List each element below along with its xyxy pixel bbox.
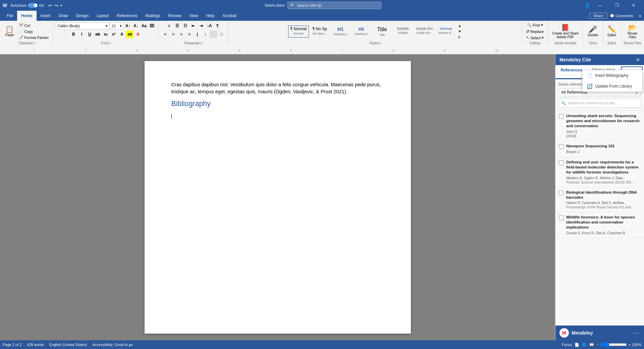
view-mode-web-button[interactable]: 🌐 [582, 343, 587, 347]
reuse-files-button[interactable]: 📂 ReuseFiles [626, 23, 639, 40]
multilevel-list-button[interactable]: ☷ [181, 22, 189, 30]
search-references-input[interactable]: 🔍 Search for references to add... [558, 98, 641, 108]
insert-bibliography-item[interactable]: 📄 Insert Bibliography [583, 70, 642, 81]
comments-button[interactable]: 💬 Comments [610, 14, 633, 18]
decrease-font-button[interactable]: A↓ [132, 22, 140, 30]
sidebar-footer-more-button[interactable]: ··· [633, 330, 640, 337]
paste-button[interactable]: 📋 Paste [3, 25, 17, 38]
reference-item-4[interactable]: Biological identifications through DNA b… [555, 187, 644, 212]
underline-button[interactable]: U [86, 31, 93, 38]
text-effects-button[interactable]: A [118, 31, 125, 38]
sidebar-close-button[interactable]: ✕ [636, 57, 640, 62]
reference-item-3[interactable]: Defining end user requirements for a fie… [555, 157, 644, 187]
editor-button[interactable]: ✏️ Editor [606, 25, 618, 38]
font-color-button[interactable]: A [134, 31, 142, 38]
font-expand-icon[interactable]: ⎘ [109, 42, 110, 45]
styles-scroll-down[interactable]: ▼ [458, 29, 462, 34]
sort-button[interactable]: ↕A [206, 22, 213, 30]
shading-button[interactable] [210, 31, 217, 38]
ref-checkbox-3[interactable] [559, 160, 564, 165]
zoom-out-button[interactable]: − [597, 343, 599, 347]
tab-insert[interactable]: Insert [37, 11, 55, 21]
paragraph-expand-icon[interactable]: ⎘ [201, 42, 202, 45]
tab-file[interactable]: File [3, 11, 17, 21]
zoom-in-button[interactable]: + [628, 343, 630, 347]
justify-button[interactable]: ≡ [185, 31, 193, 38]
ref-checkbox-5[interactable] [559, 215, 564, 220]
autosave-on-toggle[interactable] [28, 3, 38, 8]
superscript-button[interactable]: x² [110, 31, 117, 38]
redo-icon[interactable]: ↪ [54, 3, 58, 8]
update-from-library-item[interactable]: 🔄 Update From Library [583, 81, 642, 92]
align-right-button[interactable]: ≡ [177, 31, 185, 38]
bold-button[interactable]: B [70, 31, 77, 38]
style-no-spacing[interactable]: ¶ No Sp No Spac... [310, 26, 330, 38]
highlight-button[interactable]: ab [126, 31, 133, 38]
minimize-button[interactable]: — [592, 0, 608, 11]
align-left-button[interactable]: ≡ [161, 31, 169, 38]
tab-home[interactable]: Home [17, 11, 36, 21]
bullets-button[interactable]: ≡ [165, 22, 173, 30]
font-size-selector[interactable]: 11 ▾ [110, 22, 123, 30]
show-formatting-button[interactable]: ¶ [214, 22, 221, 30]
increase-font-button[interactable]: A↑ [124, 22, 131, 30]
document-area[interactable]: Cras dapibus dapibus nisl. Vestibulum qu… [0, 54, 555, 340]
style-heading2[interactable]: H2 Heading 2 [351, 26, 371, 38]
ref-checkbox-2[interactable] [559, 144, 564, 149]
format-painter-button[interactable]: 🖌️ Format Painter [17, 35, 50, 40]
focus-button[interactable]: Focus [562, 343, 572, 347]
tab-design[interactable]: Design [72, 11, 93, 21]
numbered-list-button[interactable]: ☰ [173, 22, 181, 30]
clipboard-expand-icon[interactable]: ⎘ [33, 42, 35, 45]
share-button[interactable]: Share [590, 13, 607, 19]
align-center-button[interactable]: ≡ [169, 31, 177, 38]
create-pdf-button[interactable]: 📕 Create and ShareAdobe PDF [551, 23, 580, 40]
reference-item-2[interactable]: Nanopore Sequencing 101 Brayer J [555, 141, 644, 157]
style-heading1[interactable]: H1 Heading 1 [330, 26, 351, 38]
style-intense-e[interactable]: Intense Intense E... [436, 26, 456, 38]
change-case-button[interactable]: Aa [140, 22, 148, 30]
strikethrough-button[interactable]: ab [94, 31, 101, 38]
style-normal[interactable]: ¶ Normal Normal [288, 26, 309, 38]
find-button[interactable]: 🔍 Find ▾ [526, 22, 544, 28]
tab-help[interactable]: Help [202, 11, 219, 21]
undo-icon[interactable]: ↩ [48, 3, 52, 8]
reference-item-5[interactable]: Wildlife forensics: A boon for species i… [555, 212, 644, 238]
tab-view[interactable]: View [185, 11, 202, 21]
styles-expand[interactable]: ⎘ [458, 35, 462, 40]
styles-expand-icon[interactable]: ⎘ [379, 42, 381, 45]
column-break-button[interactable]: | [194, 31, 201, 38]
zoom-slider[interactable] [600, 342, 627, 347]
subscript-button[interactable]: x₂ [102, 31, 109, 38]
account-icon[interactable]: 👤 [584, 2, 591, 9]
select-button[interactable]: ↖ Select ▾ [525, 35, 545, 41]
search-bar[interactable]: 🔍 Search (Alt+Q) [287, 2, 381, 9]
style-subtitle[interactable]: Subtitle Subtitle [393, 26, 413, 38]
collapse-ribbon-icon[interactable]: ∧ [639, 14, 641, 18]
document-body[interactable]: Cras dapibus dapibus nisl. Vestibulum qu… [171, 81, 384, 120]
decrease-indent-button[interactable]: ⇤ [190, 22, 197, 30]
italic-button[interactable]: I [78, 31, 85, 38]
font-name-selector[interactable]: Calibri (Body) ▾ [56, 22, 109, 30]
tab-acrobat[interactable]: Acrobat [218, 11, 240, 21]
style-subtle-em[interactable]: Subtle Em Subtle Em... [414, 26, 435, 38]
reference-item-1[interactable]: Unraveling shark secrets: Sequencing gen… [555, 111, 644, 141]
tab-references[interactable]: References [113, 11, 141, 21]
ref-checkbox-1[interactable] [559, 114, 564, 119]
tab-review[interactable]: Review [164, 11, 185, 21]
view-mode-read-button[interactable]: 📖 [589, 343, 594, 347]
border-button[interactable]: □ [218, 31, 225, 38]
line-spacing-button[interactable]: ↕ [202, 31, 209, 38]
tab-mailings[interactable]: Mailings [141, 11, 164, 21]
copy-button[interactable]: 📄 Copy [17, 29, 50, 34]
style-title[interactable]: Title Title [372, 26, 392, 38]
cut-button[interactable]: ✂️ Cut [17, 22, 50, 28]
view-mode-print-button[interactable]: 📄 [575, 343, 579, 347]
clear-format-button[interactable]: ⌧ [148, 22, 156, 30]
styles-scroll-up[interactable]: ▲ [458, 23, 462, 28]
ref-checkbox-4[interactable] [559, 191, 564, 195]
tab-draw[interactable]: Draw [55, 11, 72, 21]
autosave-toggle[interactable]: AutoSave On [10, 3, 44, 8]
close-button[interactable]: ✕ [626, 0, 641, 11]
restore-button[interactable]: ❐ [609, 0, 625, 11]
